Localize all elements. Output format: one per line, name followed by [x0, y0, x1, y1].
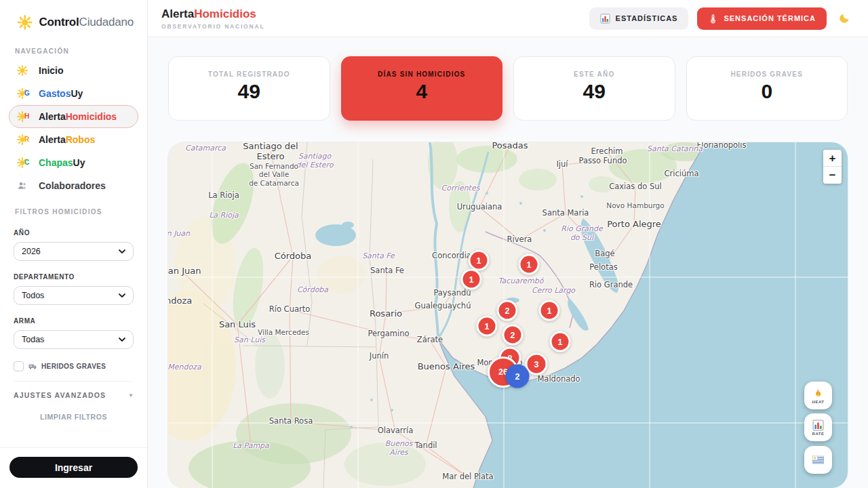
sun-icon	[17, 65, 32, 76]
nav-section-header: NAVEGACIÓN	[0, 42, 147, 59]
topbar: AlertaHomicidios OBSERVATORIO NACIONAL E…	[148, 0, 868, 37]
chevron-down-icon	[119, 338, 125, 342]
stat-card-heridos-graves: HERIDOS GRAVES 0	[686, 56, 848, 121]
sidebar-item-label: GastosUy	[39, 88, 83, 99]
chevron-down-icon	[119, 249, 125, 253]
dark-mode-toggle[interactable]	[838, 12, 850, 24]
sidebar-footer: Ingresar	[0, 447, 147, 488]
sidebar: ControlCiudadano NAVEGACIÓN Inicio G Gas…	[0, 0, 148, 488]
uruguay-flag-icon	[812, 454, 824, 466]
people-icon	[17, 180, 32, 191]
sun-badge-icon: H	[17, 111, 32, 122]
sidebar-item-label: AlertaHomicidios	[39, 111, 117, 122]
main-nav: Inicio G GastosUy H AlertaHomicidios R A…	[0, 59, 147, 197]
stat-card-este-anio: ESTE AÑO 49	[513, 56, 675, 121]
sidebar-item-inicio[interactable]: Inicio	[9, 59, 138, 82]
map-marker-cluster[interactable]: 1	[539, 300, 560, 321]
heridos-graves-checkbox-row[interactable]: HERIDOS GRAVES	[14, 361, 134, 371]
sidebar-item-gastosuy[interactable]: G GastosUy	[9, 82, 138, 105]
clear-filters-button[interactable]: LIMPIAR FILTROS	[0, 413, 147, 421]
map-marker-cluster[interactable]: 1	[469, 250, 490, 271]
map-marker-cluster[interactable]: 2	[506, 365, 530, 388]
map-marker-cluster[interactable]: 2	[502, 325, 524, 346]
zoom-out-button[interactable]: −	[823, 167, 842, 184]
app-logo[interactable]: ControlCiudadano	[0, 0, 147, 42]
sidebar-item-chapasuy[interactable]: C ChapasUy	[9, 151, 138, 174]
page-title-block: AlertaHomicidios OBSERVATORIO NACIONAL	[161, 7, 264, 30]
map-marker-cluster[interactable]: 1	[461, 269, 482, 290]
sidebar-item-colaboradores[interactable]: Colaboradores	[9, 174, 138, 197]
statistics-button[interactable]: ESTADÍSTICAS	[589, 7, 689, 30]
uruguay-flag-button[interactable]	[804, 446, 832, 474]
map-canvas[interactable]: Santiago del EsteroSantiago del EsteroCa…	[168, 142, 848, 488]
map-markers-layer: 1112112183262	[168, 142, 848, 488]
stats-row: TOTAL REGISTRADO 49 DÍAS SIN HOMICIDIOS …	[168, 56, 848, 121]
sidebar-item-label: AlertaRobos	[39, 134, 95, 145]
weapon-select-value: Todas	[22, 335, 44, 344]
chevron-down-icon	[119, 293, 125, 298]
stats-chart-icon	[600, 14, 610, 24]
map-marker-cluster[interactable]: 1	[477, 316, 498, 337]
zoom-in-button[interactable]: +	[823, 150, 842, 167]
stat-card-total: TOTAL REGISTRADO 49	[168, 56, 330, 121]
rate-toggle-button[interactable]: RATE	[804, 413, 832, 441]
map-marker-cluster[interactable]: 1	[550, 331, 571, 352]
login-button[interactable]: Ingresar	[9, 457, 138, 478]
sun-badge-icon: R	[17, 134, 32, 145]
map-marker-cluster[interactable]: 2	[497, 300, 518, 321]
heatmap-toggle-button[interactable]: HEAT	[804, 382, 832, 409]
sidebar-item-label: Inicio	[39, 65, 64, 76]
sidebar-item-label: Colaboradores	[39, 180, 106, 191]
department-select[interactable]: Todos	[14, 286, 134, 305]
page-subtitle: OBSERVATORIO NACIONAL	[161, 23, 264, 30]
year-filter-label: AÑO	[14, 229, 134, 237]
filters-panel: AÑO 2026 DEPARTAMENTO Todos ARMA Todas H…	[0, 220, 147, 371]
sidebar-item-alertahomicidios[interactable]: H AlertaHomicidios	[9, 105, 138, 128]
map-marker-cluster[interactable]: 1	[519, 254, 540, 275]
topbar-actions: ESTADÍSTICAS SENSACIÓN TÉRMICA	[589, 7, 850, 30]
department-select-value: Todos	[22, 291, 44, 300]
year-select-value: 2026	[22, 247, 41, 256]
heridos-graves-label: HERIDOS GRAVES	[41, 363, 106, 370]
moon-icon	[838, 12, 850, 24]
sidebar-item-label: ChapasUy	[39, 157, 85, 168]
page-title: AlertaHomicidios	[161, 7, 264, 21]
advanced-settings-toggle[interactable]: AJUSTES AVANZADOS ▼	[14, 381, 134, 399]
app-name: ControlCiudadano	[39, 16, 134, 29]
filters-section-header: FILTROS HOMICIDIOS	[0, 203, 147, 220]
stat-card-dias-sin-homicidios: DÍAS SIN HOMICIDIOS 4	[341, 56, 503, 121]
thermometer-icon	[708, 14, 718, 24]
main-area: AlertaHomicidios OBSERVATORIO NACIONAL E…	[148, 0, 868, 488]
year-select[interactable]: 2026	[14, 242, 134, 261]
heridos-graves-checkbox[interactable]	[14, 361, 24, 371]
sun-badge-icon: C	[17, 157, 32, 168]
sun-badge-icon: G	[17, 88, 32, 99]
rate-chart-icon	[812, 420, 824, 431]
sidebar-item-alertarobos[interactable]: R AlertaRobos	[9, 128, 138, 151]
department-filter-label: DEPARTAMENTO	[14, 273, 134, 281]
weapon-filter-label: ARMA	[14, 317, 134, 325]
fire-icon	[812, 388, 824, 399]
chevron-down-icon: ▼	[128, 392, 134, 399]
content: TOTAL REGISTRADO 49 DÍAS SIN HOMICIDIOS …	[148, 37, 868, 488]
thermal-sensation-button[interactable]: SENSACIÓN TÉRMICA	[697, 7, 827, 30]
ambulance-icon	[28, 363, 37, 369]
sun-logo-icon	[18, 14, 33, 31]
map-zoom-control: + −	[823, 150, 842, 184]
weapon-select[interactable]: Todas	[14, 330, 134, 349]
